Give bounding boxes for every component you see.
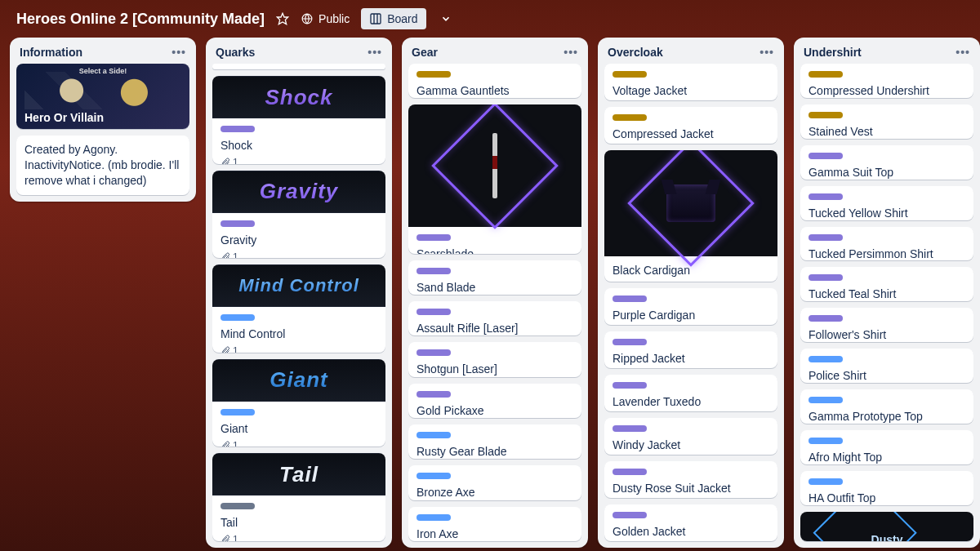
card[interactable]: Golden Jacket bbox=[604, 504, 777, 541]
label-purple[interactable] bbox=[612, 382, 647, 389]
list-menu-icon[interactable]: ••• bbox=[368, 46, 382, 59]
label-purple[interactable] bbox=[416, 349, 451, 356]
label-blue[interactable] bbox=[416, 432, 451, 438]
svg-marker-0 bbox=[277, 13, 287, 24]
label-purple[interactable] bbox=[612, 339, 647, 345]
label-purple[interactable] bbox=[416, 309, 451, 315]
board-title[interactable]: Heroes Online 2 [Community Made] bbox=[16, 11, 265, 28]
list-quarks: Quarks ••• Shock Shock 1 Gravity Gravity… bbox=[206, 38, 392, 548]
card[interactable]: HA Outfit Top bbox=[800, 471, 973, 505]
card[interactable]: Compressed Jacket bbox=[604, 107, 777, 144]
card-tail[interactable]: Tail Tail 1 bbox=[212, 453, 385, 541]
label-blue[interactable] bbox=[416, 473, 451, 479]
label-purple[interactable] bbox=[612, 512, 647, 518]
card-description[interactable]: Created by Agony. InactivityNotice. (mb … bbox=[16, 136, 189, 195]
label-purple[interactable] bbox=[808, 274, 843, 281]
list-title[interactable]: Undershirt bbox=[804, 46, 862, 59]
card-giant[interactable]: Giant Giant 1 bbox=[212, 359, 385, 447]
label-blue[interactable] bbox=[808, 356, 843, 362]
label-blue[interactable] bbox=[220, 409, 255, 415]
list-menu-icon[interactable]: ••• bbox=[172, 46, 186, 59]
card[interactable]: Gold Pickaxe bbox=[408, 384, 581, 418]
list-information: Information ••• Hero Or Villain Created … bbox=[10, 38, 196, 202]
label-purple[interactable] bbox=[220, 126, 255, 132]
card[interactable]: Rusty Gear Blade bbox=[408, 424, 581, 459]
label-purple[interactable] bbox=[612, 425, 647, 432]
label-purple[interactable] bbox=[612, 469, 647, 475]
card-gravity[interactable]: Gravity Gravity 1 bbox=[212, 171, 385, 259]
view-switcher-button[interactable]: Board bbox=[361, 8, 425, 29]
label-gold[interactable] bbox=[808, 112, 843, 118]
label-gold[interactable] bbox=[808, 71, 843, 78]
label-purple[interactable] bbox=[808, 153, 843, 159]
card[interactable]: Shotgun [Laser] bbox=[408, 342, 581, 376]
card[interactable]: Stained Vest bbox=[800, 104, 973, 139]
label-purple[interactable] bbox=[808, 234, 843, 241]
card-cover-image: Tail bbox=[212, 453, 385, 495]
card[interactable]: Tucked Persimmon Shirt bbox=[800, 227, 973, 261]
star-icon[interactable] bbox=[276, 12, 289, 25]
list-menu-icon[interactable]: ••• bbox=[956, 46, 970, 59]
card-gamma-gauntlets[interactable]: Gamma Gauntlets bbox=[408, 64, 581, 98]
card[interactable]: Compressed Undershirt bbox=[800, 64, 973, 98]
attachment-badge: 1 bbox=[220, 534, 238, 541]
card[interactable]: Voltage Jacket bbox=[604, 64, 777, 100]
card-cover-image: Mind Control bbox=[212, 264, 385, 307]
list-menu-icon[interactable]: ••• bbox=[564, 46, 578, 59]
card[interactable]: Ripped Jacket bbox=[604, 331, 777, 368]
label-gold[interactable] bbox=[612, 71, 647, 78]
card-cover-image: Giant bbox=[212, 359, 385, 402]
list-menu-icon[interactable]: ••• bbox=[760, 46, 774, 59]
card[interactable]: Tucked Yellow Shirt bbox=[800, 186, 973, 220]
view-label: Board bbox=[387, 12, 417, 25]
card-dusty[interactable]: Dusty bbox=[800, 512, 973, 541]
label-blue[interactable] bbox=[416, 514, 451, 521]
card-cover-image: Dusty bbox=[800, 512, 973, 541]
card[interactable]: Police Shirt bbox=[800, 349, 973, 383]
card[interactable]: Windy Jacket bbox=[604, 418, 777, 455]
label-gold[interactable] bbox=[612, 114, 647, 121]
label-purple[interactable] bbox=[808, 315, 843, 322]
visibility-toggle[interactable]: Public bbox=[301, 12, 350, 25]
card[interactable]: Iron Axe bbox=[408, 507, 581, 541]
chevron-down-icon[interactable] bbox=[438, 13, 454, 24]
card[interactable]: Bronze Axe bbox=[408, 465, 581, 500]
card[interactable]: Lavender Tuxedo bbox=[604, 375, 777, 411]
card-shock[interactable]: Shock Shock 1 bbox=[212, 76, 385, 164]
card[interactable]: Sand Blade bbox=[408, 260, 581, 295]
list-title[interactable]: Quarks bbox=[216, 46, 255, 59]
card[interactable]: Tucked Teal Shirt bbox=[800, 267, 973, 301]
card[interactable]: Assault Rifle [Laser] bbox=[408, 301, 581, 335]
label-gray[interactable] bbox=[220, 503, 255, 509]
label-purple[interactable] bbox=[416, 234, 451, 241]
label-purple[interactable] bbox=[220, 220, 255, 227]
list-title[interactable]: Overcloak bbox=[608, 46, 663, 59]
card-black-cardigan[interactable]: Black Cardigan 3 bbox=[604, 150, 777, 282]
list-gear: Gear ••• Gamma Gauntlets Scarsblade 1 bbox=[402, 38, 588, 548]
list-overcloak: Overcloak ••• Voltage Jacket Compressed … bbox=[598, 38, 784, 548]
card[interactable]: Purple Cardigan bbox=[604, 288, 777, 325]
label-gold[interactable] bbox=[416, 71, 451, 78]
card[interactable]: Follower's Shirt bbox=[800, 308, 973, 342]
label-purple[interactable] bbox=[612, 295, 647, 302]
card[interactable]: Afro Might Top bbox=[800, 430, 973, 464]
label-purple[interactable] bbox=[416, 391, 451, 398]
card-hero-or-villain[interactable]: Hero Or Villain bbox=[16, 64, 189, 129]
card-cover-image bbox=[604, 150, 777, 256]
card-scarsblade[interactable]: Scarsblade 1 bbox=[408, 104, 581, 253]
board-canvas[interactable]: Information ••• Hero Or Villain Created … bbox=[0, 38, 980, 548]
card-peek[interactable] bbox=[212, 64, 385, 69]
label-blue[interactable] bbox=[808, 397, 843, 403]
label-blue[interactable] bbox=[808, 478, 843, 485]
card-cover-image: Shock bbox=[212, 76, 385, 118]
card[interactable]: Dusty Rose Suit Jacket bbox=[604, 461, 777, 498]
label-blue[interactable] bbox=[808, 438, 843, 444]
label-purple[interactable] bbox=[808, 193, 843, 200]
label-purple[interactable] bbox=[416, 268, 451, 274]
label-blue[interactable] bbox=[220, 314, 255, 321]
list-title[interactable]: Gear bbox=[412, 46, 438, 59]
card[interactable]: Gamma Prototype Top bbox=[800, 389, 973, 424]
list-title[interactable]: Information bbox=[20, 46, 82, 59]
card[interactable]: Gamma Suit Top bbox=[800, 145, 973, 180]
card-mind control[interactable]: Mind Control Mind Control 1 bbox=[212, 264, 385, 353]
